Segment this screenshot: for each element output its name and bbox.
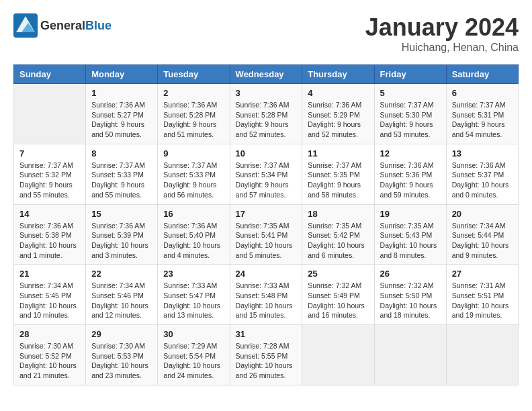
day-number: 31 <box>236 329 297 339</box>
calendar-cell <box>374 325 446 385</box>
logo-text-general: General <box>40 19 85 33</box>
calendar-cell: 8Sunrise: 7:37 AM Sunset: 5:33 PM Daylig… <box>86 144 158 204</box>
day-number: 26 <box>380 269 441 279</box>
day-info: Sunrise: 7:36 AM Sunset: 5:39 PM Dayligh… <box>91 221 152 261</box>
day-info: Sunrise: 7:30 AM Sunset: 5:53 PM Dayligh… <box>91 341 152 381</box>
calendar-cell: 28Sunrise: 7:30 AM Sunset: 5:52 PM Dayli… <box>14 325 86 385</box>
day-info: Sunrise: 7:37 AM Sunset: 5:34 PM Dayligh… <box>236 161 297 200</box>
calendar-cell: 13Sunrise: 7:36 AM Sunset: 5:37 PM Dayli… <box>446 144 518 204</box>
day-info: Sunrise: 7:35 AM Sunset: 5:41 PM Dayligh… <box>236 221 297 261</box>
day-number: 14 <box>19 209 80 219</box>
calendar-table: SundayMondayTuesdayWednesdayThursdayFrid… <box>13 64 519 385</box>
day-number: 25 <box>308 269 368 279</box>
day-number: 23 <box>163 269 224 279</box>
calendar-cell: 30Sunrise: 7:29 AM Sunset: 5:54 PM Dayli… <box>158 325 230 385</box>
calendar-cell: 10Sunrise: 7:37 AM Sunset: 5:34 PM Dayli… <box>230 144 302 204</box>
calendar-cell: 16Sunrise: 7:36 AM Sunset: 5:40 PM Dayli… <box>158 204 230 265</box>
day-info: Sunrise: 7:28 AM Sunset: 5:55 PM Dayligh… <box>236 341 297 381</box>
day-info: Sunrise: 7:34 AM Sunset: 5:45 PM Dayligh… <box>19 281 80 320</box>
day-info: Sunrise: 7:37 AM Sunset: 5:33 PM Dayligh… <box>91 161 152 200</box>
calendar-week-row: 28Sunrise: 7:30 AM Sunset: 5:52 PM Dayli… <box>14 325 519 385</box>
calendar-cell: 17Sunrise: 7:35 AM Sunset: 5:41 PM Dayli… <box>230 204 302 265</box>
title-block: January 2024 Huichang, Henan, China <box>365 13 519 54</box>
day-number: 17 <box>236 209 297 219</box>
column-header-friday: Friday <box>374 65 446 84</box>
day-info: Sunrise: 7:34 AM Sunset: 5:44 PM Dayligh… <box>452 221 513 261</box>
calendar-cell: 1Sunrise: 7:36 AM Sunset: 5:27 PM Daylig… <box>86 84 158 144</box>
day-number: 2 <box>163 88 224 98</box>
day-number: 12 <box>380 148 441 158</box>
day-info: Sunrise: 7:32 AM Sunset: 5:50 PM Dayligh… <box>380 281 441 320</box>
calendar-cell: 24Sunrise: 7:33 AM Sunset: 5:48 PM Dayli… <box>230 265 302 325</box>
calendar-cell <box>14 84 86 144</box>
logo-text-blue: Blue <box>85 19 112 33</box>
day-number: 7 <box>19 148 80 158</box>
calendar-cell <box>446 325 518 385</box>
calendar-cell: 27Sunrise: 7:31 AM Sunset: 5:51 PM Dayli… <box>446 265 518 325</box>
day-number: 1 <box>91 88 152 98</box>
calendar-cell: 19Sunrise: 7:35 AM Sunset: 5:43 PM Dayli… <box>374 204 446 265</box>
day-number: 20 <box>452 209 513 219</box>
day-number: 3 <box>236 88 297 98</box>
calendar-week-row: 21Sunrise: 7:34 AM Sunset: 5:45 PM Dayli… <box>14 265 519 325</box>
day-info: Sunrise: 7:36 AM Sunset: 5:28 PM Dayligh… <box>236 100 297 140</box>
day-number: 28 <box>19 329 80 339</box>
day-number: 21 <box>19 269 80 279</box>
day-info: Sunrise: 7:37 AM Sunset: 5:35 PM Dayligh… <box>308 161 368 200</box>
column-header-wednesday: Wednesday <box>230 65 302 84</box>
calendar-header-row: SundayMondayTuesdayWednesdayThursdayFrid… <box>14 65 519 84</box>
calendar-cell: 6Sunrise: 7:37 AM Sunset: 5:31 PM Daylig… <box>446 84 518 144</box>
calendar-week-row: 1Sunrise: 7:36 AM Sunset: 5:27 PM Daylig… <box>14 84 519 144</box>
calendar-cell <box>302 325 374 385</box>
calendar-cell: 4Sunrise: 7:36 AM Sunset: 5:29 PM Daylig… <box>302 84 374 144</box>
day-info: Sunrise: 7:36 AM Sunset: 5:29 PM Dayligh… <box>308 100 368 140</box>
day-number: 5 <box>380 88 441 98</box>
column-header-tuesday: Tuesday <box>158 65 230 84</box>
day-number: 29 <box>91 329 152 339</box>
day-info: Sunrise: 7:36 AM Sunset: 5:28 PM Dayligh… <box>163 100 224 140</box>
calendar-cell: 14Sunrise: 7:36 AM Sunset: 5:38 PM Dayli… <box>14 204 86 265</box>
calendar-week-row: 14Sunrise: 7:36 AM Sunset: 5:38 PM Dayli… <box>14 204 519 265</box>
day-info: Sunrise: 7:32 AM Sunset: 5:49 PM Dayligh… <box>308 281 368 320</box>
calendar-title: January 2024 <box>365 13 519 42</box>
calendar-cell: 20Sunrise: 7:34 AM Sunset: 5:44 PM Dayli… <box>446 204 518 265</box>
logo-icon <box>13 13 38 38</box>
calendar-cell: 9Sunrise: 7:37 AM Sunset: 5:33 PM Daylig… <box>158 144 230 204</box>
day-info: Sunrise: 7:36 AM Sunset: 5:40 PM Dayligh… <box>163 221 224 261</box>
calendar-cell: 3Sunrise: 7:36 AM Sunset: 5:28 PM Daylig… <box>230 84 302 144</box>
day-number: 18 <box>308 209 368 219</box>
calendar-subtitle: Huichang, Henan, China <box>365 42 519 54</box>
day-info: Sunrise: 7:37 AM Sunset: 5:31 PM Dayligh… <box>452 100 513 140</box>
calendar-cell: 11Sunrise: 7:37 AM Sunset: 5:35 PM Dayli… <box>302 144 374 204</box>
calendar-cell: 26Sunrise: 7:32 AM Sunset: 5:50 PM Dayli… <box>374 265 446 325</box>
day-info: Sunrise: 7:33 AM Sunset: 5:48 PM Dayligh… <box>236 281 297 320</box>
day-number: 22 <box>91 269 152 279</box>
day-number: 30 <box>163 329 224 339</box>
day-info: Sunrise: 7:37 AM Sunset: 5:32 PM Dayligh… <box>19 161 80 200</box>
day-number: 19 <box>380 209 441 219</box>
day-number: 16 <box>163 209 224 219</box>
day-info: Sunrise: 7:36 AM Sunset: 5:36 PM Dayligh… <box>380 161 441 200</box>
calendar-cell: 7Sunrise: 7:37 AM Sunset: 5:32 PM Daylig… <box>14 144 86 204</box>
column-header-monday: Monday <box>86 65 158 84</box>
logo: General Blue <box>13 13 112 38</box>
day-number: 4 <box>308 88 368 98</box>
day-info: Sunrise: 7:36 AM Sunset: 5:37 PM Dayligh… <box>452 161 513 200</box>
day-number: 13 <box>452 148 513 158</box>
calendar-cell: 12Sunrise: 7:36 AM Sunset: 5:36 PM Dayli… <box>374 144 446 204</box>
day-number: 27 <box>452 269 513 279</box>
column-header-thursday: Thursday <box>302 65 374 84</box>
calendar-cell: 23Sunrise: 7:33 AM Sunset: 5:47 PM Dayli… <box>158 265 230 325</box>
day-info: Sunrise: 7:30 AM Sunset: 5:52 PM Dayligh… <box>19 341 80 381</box>
calendar-cell: 18Sunrise: 7:35 AM Sunset: 5:42 PM Dayli… <box>302 204 374 265</box>
day-number: 8 <box>91 148 152 158</box>
day-info: Sunrise: 7:37 AM Sunset: 5:30 PM Dayligh… <box>380 100 441 140</box>
calendar-cell: 5Sunrise: 7:37 AM Sunset: 5:30 PM Daylig… <box>374 84 446 144</box>
column-header-sunday: Sunday <box>14 65 86 84</box>
day-number: 11 <box>308 148 368 158</box>
calendar-cell: 2Sunrise: 7:36 AM Sunset: 5:28 PM Daylig… <box>158 84 230 144</box>
day-info: Sunrise: 7:36 AM Sunset: 5:38 PM Dayligh… <box>19 221 80 261</box>
calendar-cell: 29Sunrise: 7:30 AM Sunset: 5:53 PM Dayli… <box>86 325 158 385</box>
day-info: Sunrise: 7:34 AM Sunset: 5:46 PM Dayligh… <box>91 281 152 320</box>
calendar-cell: 25Sunrise: 7:32 AM Sunset: 5:49 PM Dayli… <box>302 265 374 325</box>
